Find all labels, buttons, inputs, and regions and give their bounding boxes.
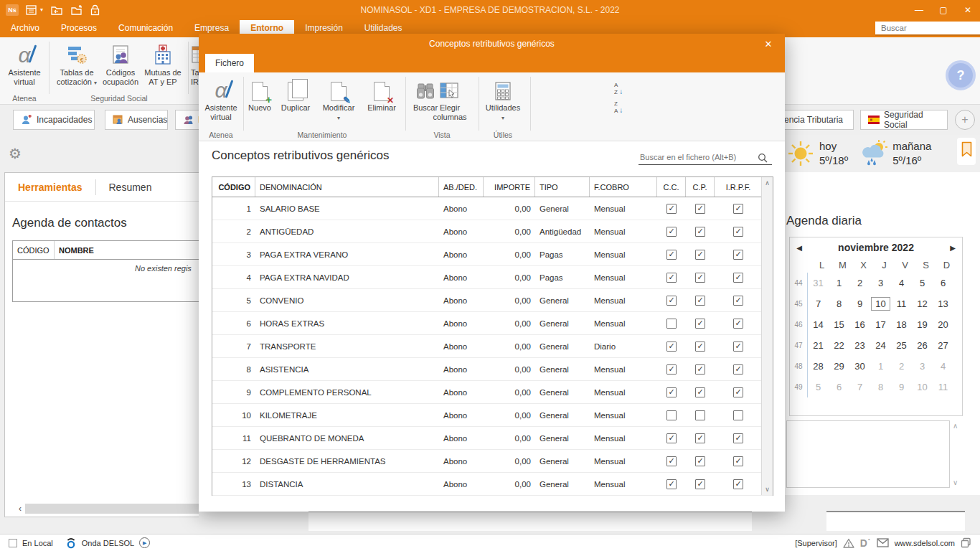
sort-za-button[interactable]: ZA ↓	[614, 101, 623, 114]
calendar-day[interactable]: 22	[829, 340, 849, 351]
gear-icon[interactable]: ⚙	[9, 145, 22, 162]
checkbox[interactable]: ✓	[695, 250, 705, 260]
menu-item-2[interactable]: Procesos	[50, 20, 108, 37]
calendar-day[interactable]: 1	[870, 361, 891, 372]
calendar-day[interactable]: 18	[891, 319, 912, 330]
minimize-button[interactable]: —	[907, 0, 931, 20]
calendar-day[interactable]: 2	[849, 278, 870, 288]
header-cc[interactable]: C.C.	[657, 177, 686, 197]
scroll-up-icon[interactable]: ∧	[765, 179, 770, 187]
checkbox[interactable]: ✓	[733, 250, 743, 260]
modal-close-button[interactable]: ✕	[759, 34, 778, 54]
scroll-down-icon[interactable]: ∨	[765, 486, 770, 493]
checkbox[interactable]: ✓	[666, 364, 677, 375]
column-codigo[interactable]: CÓDIGO	[13, 241, 55, 259]
duplicar-button[interactable]: Duplicar	[276, 75, 315, 113]
header-importe[interactable]: IMPORTE	[484, 177, 535, 197]
calendar-day[interactable]: 11	[933, 382, 953, 392]
calendar-day[interactable]: 11	[891, 298, 912, 309]
concept-row[interactable]: 3PAGA EXTRA VERANOAbono0,00PagasMensual✓…	[212, 243, 773, 266]
sort-az-button[interactable]: AZ ↓	[614, 83, 623, 95]
calendar-day[interactable]: 6	[829, 382, 849, 392]
copy-pages-icon[interactable]	[961, 537, 971, 548]
checkbox[interactable]: ✓	[695, 479, 705, 489]
header-fcobro[interactable]: F.COBRO	[590, 177, 657, 197]
calendar-day[interactable]: 21	[808, 340, 829, 351]
checkbox[interactable]: ✓	[666, 296, 677, 306]
codigos-ocupacion-button[interactable]: Códigos ocupación	[100, 40, 141, 86]
calendar-day[interactable]: 14	[808, 319, 829, 330]
close-button[interactable]: ✕	[956, 0, 980, 20]
calendar-day[interactable]: 1	[829, 278, 849, 288]
checkbox[interactable]: ✓	[733, 273, 743, 283]
header-denominacion[interactable]: DENOMINACIÓN	[255, 177, 439, 197]
concept-row[interactable]: 6HORAS EXTRASAbono0,00GeneralMensual✓✓	[212, 312, 773, 335]
calendar-day[interactable]: 8	[829, 298, 849, 309]
header-cp[interactable]: C.P.	[686, 177, 715, 197]
calendar-next-icon[interactable]: ▶	[948, 244, 958, 252]
modal-asistente-button[interactable]: α Asistente virtual	[202, 75, 240, 121]
checkbox[interactable]: ✓	[695, 319, 705, 329]
concept-row[interactable]: 11QUEBRANTO DE MONEDAAbono0,00GeneralMen…	[212, 427, 773, 450]
concept-row[interactable]: 10KILOMETRAJEAbono0,00GeneralMensual	[212, 404, 773, 427]
horizontal-scrollbar[interactable]: ‹	[15, 504, 199, 514]
checkbox[interactable]: ✓	[733, 479, 743, 489]
calendar-day[interactable]: 31	[808, 278, 829, 288]
checkbox[interactable]: ✓	[666, 342, 677, 352]
checkbox[interactable]: ✓	[733, 319, 743, 329]
ausencias-button[interactable]: Ausencias	[105, 110, 168, 130]
scroll-left-icon[interactable]: ‹	[15, 504, 25, 514]
tab-resumen[interactable]: Resumen	[96, 182, 165, 193]
mail-icon[interactable]	[877, 538, 889, 547]
scroll-down-icon[interactable]: ∨	[953, 479, 958, 486]
checkbox[interactable]: ✓	[666, 387, 677, 397]
concept-row[interactable]: 5CONVENIOAbono0,00GeneralMensual✓✓✓	[212, 289, 773, 312]
concept-row[interactable]: 2ANTIGÜEDADAbono0,00AntigüedadMensual✓✓✓	[212, 220, 773, 243]
checkbox[interactable]: ✓	[695, 433, 705, 443]
website-link[interactable]: www.sdelsol.com	[895, 539, 955, 547]
column-nombre[interactable]: NOMBRE	[55, 241, 199, 259]
checkbox[interactable]: ✓	[695, 273, 705, 283]
checkbox[interactable]: ✓	[666, 433, 677, 443]
nuevo-button[interactable]: + Nuevo	[243, 75, 276, 113]
help-button[interactable]: ?	[946, 60, 976, 90]
concept-row[interactable]: 12DESGASTE DE HERRAMIENTASAbono0,00Gener…	[212, 450, 773, 473]
header-irpf[interactable]: I.R.P.F.	[715, 177, 762, 197]
calendar-day[interactable]: 9	[891, 382, 912, 392]
calendar-day[interactable]: 3	[912, 361, 933, 372]
checkbox[interactable]: ✓	[695, 364, 705, 375]
concept-row[interactable]: 9COMPLEMENTO PERSONALAbono0,00GeneralMen…	[212, 381, 773, 404]
calendar-day[interactable]: 4	[891, 278, 912, 288]
incapacidades-button[interactable]: Incapacidades	[13, 110, 95, 130]
checkbox[interactable]: ✓	[733, 296, 743, 306]
calendar-day[interactable]: 6	[933, 278, 953, 288]
calendar-day[interactable]: 30	[849, 361, 870, 372]
checkbox[interactable]	[666, 410, 677, 420]
global-search-input[interactable]	[875, 22, 980, 36]
concept-row[interactable]: 4PAGA EXTRA NAVIDADAbono0,00PagasMensual…	[212, 266, 773, 289]
calendar-day[interactable]: 2	[891, 361, 912, 372]
calendar-day[interactable]: 9	[849, 298, 870, 309]
checkbox[interactable]: ✓	[733, 364, 743, 375]
vertical-scrollbar[interactable]: ∧ ∨	[761, 177, 773, 495]
calendar-day[interactable]: 5	[912, 278, 933, 288]
checkbox[interactable]: ✓	[733, 204, 743, 214]
calendar-day[interactable]: 3	[870, 278, 891, 288]
calendar-day[interactable]: 7	[808, 298, 829, 309]
modificar-button[interactable]: ✎ Modificar▾	[316, 75, 361, 121]
checkbox[interactable]: ✓	[666, 456, 677, 466]
add-shortcut-button[interactable]: +	[955, 110, 975, 130]
scroll-up-icon[interactable]: ∧	[953, 422, 958, 430]
bookmark-button[interactable]	[957, 138, 976, 165]
concept-row[interactable]: 1SALARIO BASEAbono0,00GeneralMensual✓✓✓	[212, 197, 773, 220]
checkbox[interactable]	[666, 319, 677, 329]
calendar-day[interactable]: 19	[912, 319, 933, 330]
checkbox[interactable]: ✓	[695, 296, 705, 306]
local-checkbox-icon[interactable]	[9, 539, 17, 547]
checkbox[interactable]: ✓	[695, 204, 705, 214]
calendar-prev-icon[interactable]: ◀	[794, 244, 804, 252]
header-codigo[interactable]: CÓDIGO	[212, 177, 255, 197]
calendar-day[interactable]: 29	[829, 361, 849, 372]
calendar-day[interactable]: 5	[808, 382, 829, 392]
calendar-day[interactable]: 26	[912, 340, 933, 351]
